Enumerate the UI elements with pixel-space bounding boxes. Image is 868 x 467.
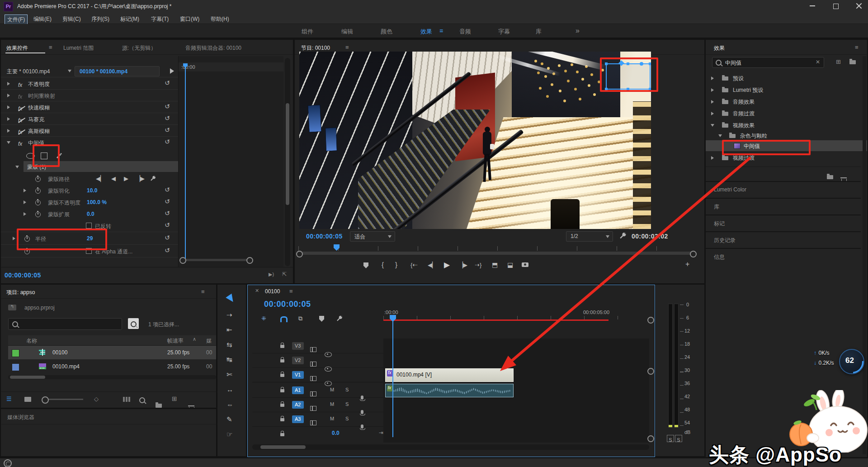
workspace-tab-effects[interactable]: 效果 <box>420 28 432 36</box>
chevron-down-icon[interactable] <box>68 70 71 74</box>
stopwatch-icon[interactable] <box>35 188 41 194</box>
mask-handle[interactable] <box>649 62 651 65</box>
slip-tool[interactable]: ↔ <box>226 386 233 393</box>
lock-icon[interactable] <box>280 389 284 392</box>
ec-timecode[interactable]: 00:00:00:05 <box>5 272 41 279</box>
stopwatch-icon[interactable] <box>24 236 30 242</box>
lock-icon[interactable] <box>280 418 284 421</box>
scrub-handle-right[interactable] <box>690 251 697 257</box>
play-button[interactable]: ▶ <box>444 260 450 270</box>
twirl-icon[interactable] <box>711 100 716 104</box>
zoombar-handle-left[interactable] <box>179 257 186 264</box>
alpha-checkbox[interactable] <box>86 248 92 254</box>
reset-icon[interactable]: ↺ <box>165 104 170 109</box>
fx-disabled-icon[interactable]: fx <box>18 117 22 124</box>
effect-row-time-remap[interactable]: fx 时间重映射 <box>1 90 178 101</box>
search-bin-button[interactable] <box>128 318 139 329</box>
selection-tool[interactable] <box>226 294 238 307</box>
timeline-timecode[interactable]: 00:00:00:05 <box>264 300 311 309</box>
mask-feather-value[interactable]: 10.0 <box>87 187 97 194</box>
reset-icon[interactable]: ↺ <box>165 115 170 121</box>
twirl-icon[interactable] <box>711 76 716 80</box>
video-viewport[interactable] <box>299 52 651 229</box>
twirl-icon[interactable] <box>7 129 12 133</box>
keyframe-playhead[interactable] <box>185 63 186 262</box>
monitor-mini-ruler[interactable] <box>298 246 695 251</box>
menu-help[interactable]: 帮助(H) <box>211 15 229 23</box>
slide-tool[interactable]: ⇔ <box>226 400 233 408</box>
timeline-scroll-handle-top[interactable] <box>647 317 654 324</box>
track-badge-v1[interactable]: V1 <box>292 371 304 379</box>
panel-menu-icon[interactable]: ≡ <box>49 44 52 51</box>
razor-tool[interactable]: ✄ <box>226 371 232 379</box>
twirl-icon[interactable] <box>15 166 19 170</box>
twirl-icon[interactable] <box>7 94 12 97</box>
reset-icon[interactable]: ↺ <box>165 199 170 204</box>
workspace-tab-editing[interactable]: 编辑 <box>341 28 353 36</box>
write-keyframes-icon[interactable]: ⇱ <box>282 271 287 277</box>
timeline-hscrollbar[interactable] <box>252 444 649 450</box>
scrub-handle-left[interactable] <box>296 251 303 257</box>
track-header-a1[interactable]: A1 M S <box>252 383 383 398</box>
sync-lock-icon[interactable] <box>310 391 316 396</box>
list-view-button[interactable]: ☰ <box>6 396 12 402</box>
radius-value[interactable]: 29 <box>87 235 93 242</box>
menu-marker[interactable]: 标记(M) <box>120 15 139 23</box>
reset-icon[interactable]: ↺ <box>165 187 170 192</box>
hand-tool[interactable]: ☞ <box>226 430 232 438</box>
effects-search-box[interactable]: 中间值 ✕ <box>712 57 824 68</box>
lock-icon[interactable] <box>280 345 284 348</box>
clear-search-icon[interactable]: ✕ <box>816 59 820 65</box>
zoom-level-dropdown[interactable]: 适合 <box>350 231 395 242</box>
alpha-channel-row[interactable]: 在 Alpha 通道... ↺ <box>1 245 178 257</box>
lift-button[interactable]: ⬒ <box>492 261 498 268</box>
wrench-icon[interactable] <box>150 175 156 181</box>
sync-lock-icon[interactable] <box>310 347 316 352</box>
new-bin-icon[interactable] <box>827 175 833 179</box>
workspace-tab-titles[interactable]: 字幕 <box>498 28 510 36</box>
menu-title[interactable]: 字幕(T) <box>151 15 169 23</box>
track-badge-v3[interactable]: V3 <box>292 342 304 350</box>
tree-row-audio-transitions[interactable]: 音频过渡 <box>706 108 867 119</box>
settings-wrench-icon[interactable] <box>619 232 627 239</box>
tree-row-median[interactable]: 中间值 <box>706 140 867 151</box>
twirl-icon[interactable] <box>7 117 12 121</box>
lock-icon[interactable] <box>280 404 284 407</box>
track-badge-a1[interactable]: A1 <box>292 386 304 394</box>
radius-row[interactable]: 半径 29 ↺ <box>1 233 178 244</box>
solo-left-button[interactable]: S <box>667 435 674 442</box>
reset-icon[interactable]: ↺ <box>165 127 170 133</box>
add-marker-button[interactable] <box>363 262 368 268</box>
comparison-view-button[interactable]: + <box>685 260 689 268</box>
tree-row-video-effects[interactable]: 视频效果 <box>706 119 867 131</box>
effect-row-gaussian-blur[interactable]: fx 高斯模糊 ↺ <box>1 125 178 137</box>
track-backward-icon[interactable]: ◀ <box>111 175 116 182</box>
workspace-effects-menu-icon[interactable]: ≡ <box>439 27 443 34</box>
tree-row-presets[interactable]: 预设 <box>706 72 867 84</box>
mask-expansion-value[interactable]: 0.0 <box>87 211 94 217</box>
tab-effect-controls[interactable]: 效果控件 <box>6 44 28 52</box>
lock-icon[interactable] <box>280 433 284 436</box>
tab-audio-clip-mixer[interactable]: 音频剪辑混合器: 00100 <box>185 44 241 52</box>
mask-handle[interactable] <box>627 88 629 91</box>
timeline-settings-wrench-icon[interactable] <box>336 315 343 322</box>
fx-disabled-icon[interactable]: fx <box>18 129 22 135</box>
twirl-icon[interactable] <box>7 105 12 109</box>
menu-window[interactable]: 窗口(W) <box>180 15 199 23</box>
tree-row-video-transitions[interactable]: 视频过渡 <box>706 152 867 163</box>
twirl-icon[interactable] <box>711 112 716 115</box>
stacked-panel-info[interactable]: 信息 <box>706 248 861 265</box>
reset-icon[interactable]: ↺ <box>165 210 170 216</box>
solo-button[interactable]: S <box>345 401 349 407</box>
twirl-icon[interactable] <box>718 134 722 139</box>
sync-lock-icon[interactable] <box>310 362 316 367</box>
ellipse-mask-icon[interactable] <box>26 153 35 159</box>
mask-opacity-value[interactable]: 100.0 % <box>87 199 107 205</box>
master-level-value[interactable]: 0.0 <box>332 430 340 436</box>
panel-menu-icon[interactable]: ≡ <box>201 288 205 295</box>
twirl-icon[interactable] <box>13 237 17 240</box>
twirl-icon[interactable] <box>711 88 716 92</box>
linked-selection-icon[interactable]: ⧉ <box>298 315 302 322</box>
rect-mask-icon[interactable] <box>41 152 47 159</box>
export-frame-button[interactable] <box>522 262 528 267</box>
